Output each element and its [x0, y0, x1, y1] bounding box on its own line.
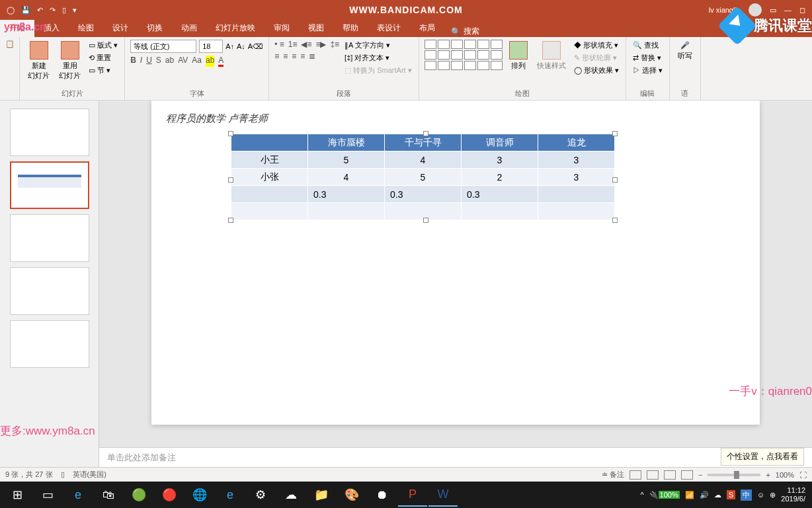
shapes-gallery[interactable] — [425, 40, 503, 70]
slide-thumbnail[interactable] — [10, 267, 89, 315]
table-cell[interactable]: 5 — [385, 169, 462, 186]
app-icon[interactable]: 🟢 — [124, 483, 153, 507]
tab-table-design[interactable]: 表设计 — [368, 19, 410, 37]
onedrive-icon[interactable]: ☁ — [714, 491, 721, 499]
explorer-icon[interactable]: 📁 — [307, 483, 336, 507]
slide-thumbnail-panel[interactable] — [0, 101, 99, 467]
table-cell[interactable]: 小王 — [231, 151, 308, 169]
shape-icon[interactable] — [464, 61, 476, 70]
bullets-button[interactable]: • ≡ — [274, 40, 284, 49]
table-cell[interactable] — [538, 186, 615, 203]
table-cell[interactable] — [538, 203, 615, 220]
ie-icon[interactable]: e — [216, 483, 245, 507]
shape-icon[interactable] — [438, 40, 450, 49]
shape-outline-button[interactable]: ✎ 形状轮廓 ▾ — [573, 52, 620, 64]
find-button[interactable]: 🔍 查找 — [631, 40, 664, 51]
tell-me-search[interactable]: 🔍 搜索 — [444, 26, 486, 37]
table-cell[interactable] — [231, 186, 308, 203]
font-name-input[interactable] — [130, 40, 196, 53]
tab-help[interactable]: 帮助 — [333, 19, 368, 37]
tab-view[interactable]: 视图 — [299, 19, 333, 37]
notes-toggle[interactable]: ≐ 备注 — [602, 470, 624, 480]
shadow-button[interactable]: ab — [165, 56, 174, 67]
replace-button[interactable]: ⇄ 替换 ▾ — [631, 52, 664, 64]
zoom-in-button[interactable]: + — [766, 471, 770, 479]
arrange-button[interactable]: 排列 — [507, 40, 530, 72]
zoom-slider[interactable] — [708, 474, 760, 476]
table-cell[interactable]: 4 — [308, 169, 385, 186]
powerpoint-icon[interactable]: P — [398, 483, 427, 507]
columns-button[interactable]: ≣ — [309, 52, 315, 61]
tray-icon[interactable]: ⊕ — [770, 491, 776, 499]
table-header-cell[interactable]: 追龙 — [538, 134, 615, 151]
clock[interactable]: 11:12 2019/6/ — [781, 486, 805, 503]
redo-icon[interactable]: ↷ — [50, 6, 56, 15]
ime-mode[interactable]: 中 — [741, 489, 752, 501]
reuse-slide-button[interactable]: 重用 幻灯片 — [56, 40, 83, 82]
table-header-cell[interactable]: 调音师 — [462, 134, 538, 151]
start-button[interactable]: ⊞ — [3, 483, 32, 507]
clear-format-icon[interactable]: A⌫ — [248, 42, 263, 51]
slide-counter[interactable]: 9 张，共 27 张 — [5, 470, 53, 480]
notes-pane[interactable]: 单击此处添加备注 — [99, 447, 812, 467]
bold-button[interactable]: B — [130, 56, 136, 67]
shape-icon[interactable] — [451, 61, 463, 70]
slideshow-view-button[interactable] — [681, 470, 693, 480]
tray-icon[interactable]: ☺ — [757, 491, 764, 499]
table-header-row[interactable]: 海市蜃楼 千与千寻 调音师 追龙 — [231, 134, 615, 151]
table-cell[interactable]: 0.3 — [385, 186, 462, 203]
table-cell[interactable]: 4 — [385, 151, 462, 169]
reading-view-button[interactable] — [664, 470, 676, 480]
indent-dec-button[interactable]: ◀≡ — [301, 40, 311, 49]
slide[interactable]: 程序员的数学 卢菁老师 海市蜃楼 千与千寻 调音师 追龙 — [151, 101, 760, 425]
underline-button[interactable]: U — [146, 56, 152, 67]
shape-effects-button[interactable]: ◯ 形状效果 ▾ — [573, 65, 620, 76]
table-cell[interactable]: 5 — [308, 151, 385, 169]
table-cell[interactable]: 小张 — [231, 169, 308, 186]
smartart-button[interactable]: ⬚ 转换为 SmartArt ▾ — [343, 65, 413, 76]
table-header-cell[interactable]: 海市蜃楼 — [308, 134, 385, 151]
slide-thumbnail[interactable] — [10, 214, 89, 262]
align-text-button[interactable]: [‡] 对齐文本 ▾ — [343, 52, 413, 64]
grow-font-icon[interactable]: A↑ — [225, 42, 234, 50]
tab-design[interactable]: 设计 — [103, 19, 138, 37]
shape-icon[interactable] — [477, 61, 489, 70]
shape-icon[interactable] — [491, 61, 503, 70]
text-direction-button[interactable]: ‖A 文字方向 ▾ — [343, 40, 413, 51]
app-icon[interactable]: ☁ — [276, 483, 305, 507]
table-row[interactable]: 0.3 0.3 0.3 — [231, 186, 615, 203]
ime-icon[interactable]: S — [727, 490, 735, 499]
shape-icon[interactable] — [464, 40, 476, 49]
language-status[interactable]: 英语(美国) — [73, 470, 106, 480]
font-color-button[interactable]: A — [218, 56, 223, 67]
app-icon[interactable]: 🌐 — [185, 483, 214, 507]
volume-icon[interactable]: 🔊 — [700, 491, 709, 499]
store-icon[interactable]: 🛍 — [94, 483, 123, 507]
tray-expand-icon[interactable]: ^ — [640, 491, 643, 499]
shape-icon[interactable] — [477, 40, 489, 49]
reset-button[interactable]: ⟲ 重置 — [87, 52, 119, 64]
numbering-button[interactable]: 1≡ — [288, 40, 298, 49]
slide-thumbnail[interactable] — [10, 320, 89, 368]
fit-window-button[interactable]: ⛶ — [799, 471, 807, 479]
tab-slideshow[interactable]: 幻灯片放映 — [206, 19, 264, 37]
table-cell[interactable]: 3 — [538, 169, 615, 186]
table-row[interactable]: 小王 5 4 3 3 — [231, 151, 615, 169]
tab-animation[interactable]: 动画 — [172, 19, 206, 37]
table-row[interactable]: 小张 4 5 2 3 — [231, 169, 615, 186]
undo-icon[interactable]: ↶ — [37, 6, 43, 15]
table-cell[interactable] — [231, 203, 308, 220]
network-icon[interactable]: 📶 — [685, 491, 694, 499]
data-table[interactable]: 海市蜃楼 千与千寻 调音师 追龙 小王 5 4 3 3 — [231, 134, 615, 220]
char-spacing-button[interactable]: AV — [178, 56, 188, 67]
autosave-toggle-icon[interactable]: ◯ — [7, 6, 15, 15]
table-cell[interactable]: 3 — [462, 151, 538, 169]
normal-view-button[interactable] — [629, 470, 641, 480]
align-left-button[interactable]: ≡ — [274, 52, 279, 61]
table-header-cell[interactable]: 千与千寻 — [385, 134, 462, 151]
shape-icon[interactable] — [464, 50, 476, 60]
slideshow-icon[interactable]: ▯ — [62, 6, 66, 15]
align-right-button[interactable]: ≡ — [292, 52, 296, 61]
table-cell[interactable]: 2 — [462, 169, 538, 186]
battery-icon[interactable]: 🔌100% — [649, 491, 680, 499]
